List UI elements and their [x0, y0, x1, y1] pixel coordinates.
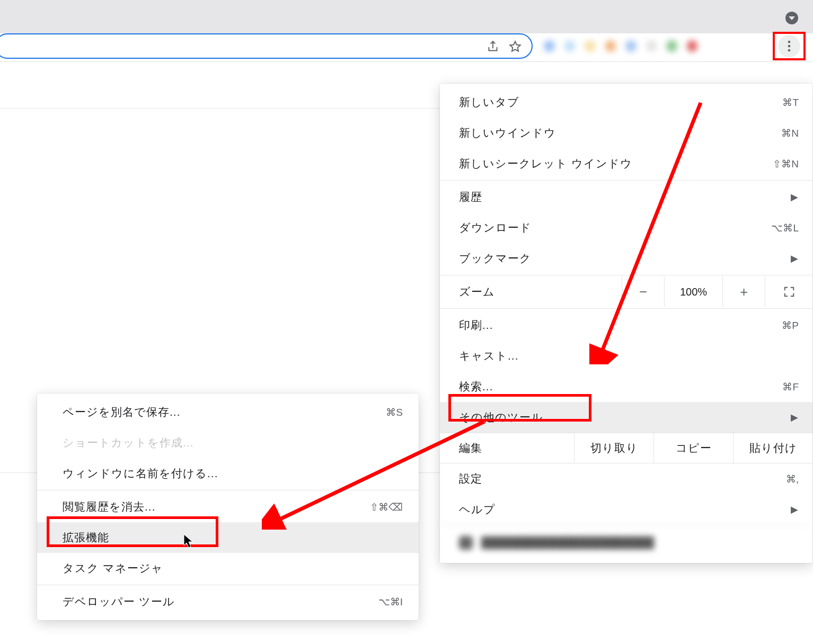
menu-shortcut: ⇧⌘⌫ — [370, 501, 403, 513]
submenu-item-dev-tools[interactable]: デベロッパー ツール ⌥⌘I — [37, 586, 419, 617]
extension-icons-blurred — [544, 37, 697, 56]
menu-label: 新しいタブ — [459, 95, 782, 110]
submenu-item-name-window[interactable]: ウィンドウに名前を付ける... — [37, 458, 419, 489]
zoom-value: 100% — [664, 276, 722, 307]
svg-point-0 — [788, 41, 791, 43]
menu-shortcut: ⌘S — [386, 406, 403, 418]
menu-item-zoom: ズーム − 100% + — [440, 276, 812, 307]
menu-label: ページを別名で保存... — [63, 405, 386, 419]
menu-label: 編集 — [459, 441, 482, 455]
more-tools-submenu: ページを別名で保存... ⌘S ショートカットを作成... ウィンドウに名前を付… — [37, 393, 419, 620]
svg-point-1 — [788, 45, 791, 48]
submenu-item-save-as[interactable]: ページを別名で保存... ⌘S — [37, 397, 419, 427]
submenu-item-clear-browsing[interactable]: 閲覧履歴を消去... ⇧⌘⌫ — [37, 491, 419, 522]
menu-label: 設定 — [459, 471, 786, 486]
menu-shortcut: ⌘, — [786, 473, 799, 485]
menu-label: デベロッパー ツール — [63, 594, 378, 609]
menu-shortcut: ⌘T — [782, 96, 799, 109]
submenu-item-extensions[interactable]: 拡張機能 — [37, 522, 419, 553]
menu-label: 印刷... — [459, 318, 782, 333]
address-bar[interactable] — [0, 33, 533, 59]
chrome-main-menu: 新しいタブ ⌘T 新しいウインドウ ⌘N 新しいシークレット ウインドウ ⇧⌘N… — [440, 84, 812, 563]
menu-shortcut: ⌘F — [782, 381, 799, 393]
svg-point-2 — [788, 49, 791, 52]
zoom-in-button[interactable]: + — [722, 276, 765, 307]
tab-strip — [0, 0, 813, 33]
menu-label: タスク マネージャ — [63, 561, 403, 576]
edit-cut-button[interactable]: 切り取り — [574, 433, 653, 463]
menu-item-help[interactable]: ヘルプ ▶ — [440, 494, 812, 525]
edit-copy-button[interactable]: コピー — [653, 433, 733, 463]
menu-footer-text: ███████████████████████ — [481, 536, 654, 549]
menu-label: キャスト... — [459, 348, 799, 363]
menu-separator — [37, 490, 419, 490]
menu-item-edit: 編集 切り取り コピー 貼り付け — [440, 433, 812, 463]
menu-separator — [37, 585, 419, 585]
menu-item-history[interactable]: 履歴 ▶ — [440, 182, 812, 212]
menu-label: 検索... — [459, 379, 782, 394]
menu-label: ブックマーク — [459, 251, 789, 266]
menu-footer-blurred: ███████████████████████ — [440, 525, 812, 560]
submenu-chevron-icon: ▶ — [791, 253, 799, 264]
tab-overflow-dropdown-icon[interactable] — [785, 12, 798, 24]
menu-item-print[interactable]: 印刷... ⌘P — [440, 310, 812, 341]
menu-item-bookmarks[interactable]: ブックマーク ▶ — [440, 243, 812, 274]
submenu-chevron-icon: ▶ — [791, 191, 799, 203]
menu-item-new-window[interactable]: 新しいウインドウ ⌘N — [440, 118, 812, 148]
menu-label: 新しいウインドウ — [459, 126, 781, 140]
menu-label: 閲覧履歴を消去... — [63, 499, 370, 514]
menu-shortcut: ⌘N — [781, 127, 799, 139]
fullscreen-button[interactable] — [765, 276, 812, 307]
menu-label: 新しいシークレット ウインドウ — [459, 156, 773, 171]
submenu-item-create-shortcut: ショートカットを作成... — [37, 427, 419, 458]
menu-shortcut: ⌥⌘L — [771, 222, 799, 234]
browser-toolbar — [0, 33, 813, 62]
menu-label: その他のツール — [459, 410, 789, 425]
menu-item-more-tools[interactable]: その他のツール ▶ — [440, 402, 812, 433]
submenu-chevron-icon: ▶ — [791, 504, 799, 515]
bookmark-star-icon[interactable] — [508, 40, 522, 53]
menu-footer-icon — [459, 536, 473, 550]
share-icon[interactable] — [486, 40, 500, 53]
submenu-chevron-icon: ▶ — [791, 412, 799, 423]
menu-separator — [440, 308, 812, 309]
menu-shortcut: ⌘P — [782, 319, 799, 332]
zoom-out-button[interactable]: − — [622, 276, 664, 307]
submenu-item-task-manager[interactable]: タスク マネージャ — [37, 553, 419, 584]
menu-separator — [440, 275, 812, 275]
menu-label: ズーム — [459, 284, 495, 299]
menu-item-cast[interactable]: キャスト... — [440, 341, 812, 371]
menu-label: ダウンロード — [459, 220, 771, 235]
menu-item-find[interactable]: 検索... ⌘F — [440, 371, 812, 402]
menu-label: ショートカットを作成... — [63, 435, 403, 450]
menu-item-new-tab[interactable]: 新しいタブ ⌘T — [440, 87, 812, 118]
menu-label: ヘルプ — [459, 502, 789, 517]
menu-shortcut: ⇧⌘N — [773, 158, 799, 170]
menu-label: 履歴 — [459, 190, 789, 204]
menu-separator — [440, 180, 812, 181]
chrome-menu-button[interactable] — [778, 35, 800, 57]
menu-label: ウィンドウに名前を付ける... — [63, 466, 403, 481]
edit-paste-button[interactable]: 貼り付け — [733, 433, 812, 463]
menu-item-settings[interactable]: 設定 ⌘, — [440, 463, 812, 494]
menu-item-new-incognito[interactable]: 新しいシークレット ウインドウ ⇧⌘N — [440, 148, 812, 179]
menu-label: 拡張機能 — [63, 530, 403, 545]
menu-shortcut: ⌥⌘I — [378, 596, 403, 608]
menu-item-downloads[interactable]: ダウンロード ⌥⌘L — [440, 212, 812, 243]
